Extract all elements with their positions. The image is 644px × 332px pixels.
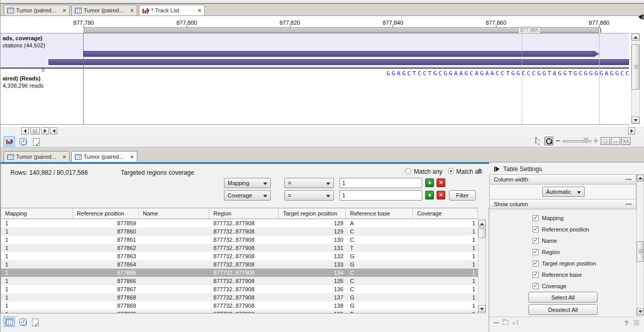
table-scroll-down-button[interactable]	[478, 305, 486, 312]
column-header-region[interactable]: Region	[210, 208, 279, 219]
filter-value-input[interactable]	[340, 190, 422, 201]
settings-scroll-up-button[interactable]	[637, 175, 643, 181]
column-header-mapping[interactable]: Mapping	[1, 208, 73, 219]
collapse-group-icon[interactable]	[625, 179, 632, 180]
remove-filter-button[interactable]: ✕	[437, 178, 445, 187]
upper-tab-0[interactable]: Tumor (paired...×	[4, 5, 70, 15]
zoom-in-icon[interactable]: +	[593, 136, 598, 145]
column-header-name[interactable]: Name	[139, 208, 210, 219]
sidebar-toggle-icon[interactable]	[494, 167, 500, 172]
table-row[interactable]: 1877865877732..877908134C1	[1, 269, 478, 277]
zoom-100-button[interactable]: 1:1	[621, 137, 631, 145]
pan-right-button[interactable]	[41, 127, 49, 135]
table-scroll-up-button[interactable]	[478, 220, 486, 227]
select-all-button[interactable]: Select All	[528, 292, 598, 303]
scroll-left-button[interactable]	[50, 127, 57, 135]
table-row[interactable]: 1877870877732..877908139T1	[1, 310, 478, 313]
column-header-target-region-position[interactable]: Target region position	[279, 208, 346, 219]
dock-icon[interactable]	[513, 320, 518, 325]
filter-field-select[interactable]: Mapping	[224, 178, 271, 188]
show-column-option[interactable]: Name	[533, 235, 557, 246]
close-tab-icon[interactable]: ×	[63, 7, 66, 13]
filter-value-input[interactable]	[340, 178, 422, 188]
column-header-coverage[interactable]: Coverage	[413, 208, 478, 219]
list-icon[interactable]	[634, 320, 639, 325]
lower-tab-0[interactable]: Tumor (paired...×	[4, 151, 70, 162]
table-row[interactable]: 1877862877732..877908131T1	[1, 244, 478, 252]
table-row[interactable]: 1877867877732..877908136C1	[1, 285, 478, 293]
folder-icon[interactable]	[503, 320, 509, 325]
filter-operator-select[interactable]: =	[284, 178, 334, 188]
zoom-out-icon[interactable]: −	[556, 136, 560, 145]
column-width-select[interactable]: Automatic	[542, 187, 585, 197]
show-column-option[interactable]: Region	[533, 246, 560, 258]
add-filter-button[interactable]: +	[425, 191, 434, 200]
upper-tab-2[interactable]: * Track List×	[139, 5, 205, 15]
collapse-panel-icon[interactable]	[638, 14, 643, 20]
history-view-button[interactable]	[18, 317, 29, 327]
ruler-range-handle[interactable]	[600, 28, 601, 32]
fit-width-button[interactable]	[611, 137, 620, 145]
checkbox-icon[interactable]	[533, 215, 539, 221]
track-scrollbar-thumb[interactable]	[632, 44, 639, 90]
show-column-group-header[interactable]: Show column	[489, 199, 636, 209]
add-filter-button[interactable]: +	[425, 178, 434, 187]
show-column-option[interactable]: Reference position	[533, 224, 589, 235]
track-list-view-button[interactable]	[4, 136, 15, 146]
zoom-tool-icon[interactable]	[544, 137, 553, 145]
table-row[interactable]: 1877859877732..877908128A1	[1, 219, 478, 227]
checkbox-icon[interactable]	[533, 238, 539, 244]
pan-left-button[interactable]	[21, 127, 29, 135]
settings-scroll-down-button[interactable]	[637, 308, 643, 315]
filter-field-select[interactable]: Coverage	[224, 190, 271, 201]
settings-scrollbar-thumb[interactable]	[637, 241, 643, 262]
collapse-group-icon[interactable]	[625, 204, 632, 205]
close-tab-icon[interactable]: ×	[198, 7, 201, 13]
checkbox-icon[interactable]	[533, 283, 539, 289]
table-scrollbar-thumb[interactable]	[478, 228, 486, 238]
show-column-option[interactable]: Reference base	[533, 269, 582, 280]
match-any-radio[interactable]	[405, 168, 411, 174]
checkbox-icon[interactable]	[533, 226, 539, 233]
scroll-down-button[interactable]	[632, 117, 639, 124]
history-view-button[interactable]	[18, 137, 29, 147]
match-all-radio[interactable]	[448, 168, 454, 174]
element-info-button[interactable]	[29, 317, 41, 327]
table-row[interactable]: 1877866877732..877908135C1	[1, 277, 478, 285]
scroll-up-button[interactable]	[632, 34, 639, 41]
close-tab-icon[interactable]: ×	[63, 154, 66, 160]
table-row[interactable]: 1877869877732..877908138G1	[1, 302, 478, 310]
annotation-bar-2[interactable]	[49, 59, 629, 65]
column-header-reference-base[interactable]: Reference base	[346, 208, 413, 219]
filter-operator-select[interactable]: =	[284, 190, 334, 201]
table-row[interactable]: 1877864877732..877908133G1	[1, 260, 478, 269]
deselect-all-button[interactable]: Deselect All	[528, 304, 598, 315]
table-view-button[interactable]	[4, 317, 15, 327]
annotation-bar[interactable]	[84, 51, 594, 57]
filter-button[interactable]: Filter	[449, 190, 476, 201]
checkbox-icon[interactable]	[533, 272, 539, 278]
remove-filter-button[interactable]: ✕	[437, 191, 445, 200]
column-header-reference-position[interactable]: Reference position	[73, 208, 139, 219]
collapse-filter-icon[interactable]	[477, 168, 483, 173]
column-width-group-header[interactable]: Column width	[489, 174, 636, 185]
zoom-slider-thumb[interactable]	[584, 138, 588, 144]
help-icon[interactable]: ?	[624, 319, 629, 327]
checkbox-icon[interactable]	[533, 249, 539, 255]
show-column-option[interactable]: Target region position	[533, 258, 596, 269]
checkbox-icon[interactable]	[533, 260, 539, 267]
show-column-option[interactable]: Mapping	[533, 212, 564, 224]
table-row[interactable]: 1877863877732..877908132G1	[1, 252, 478, 260]
table-row[interactable]: 1877861877732..877908130C1	[1, 236, 478, 244]
minimize-icon[interactable]	[493, 322, 499, 323]
table-row[interactable]: 1877860877732..877908129C1	[1, 227, 478, 236]
zoom-selection-button[interactable]	[601, 137, 610, 145]
show-column-option[interactable]: Coverage	[533, 280, 567, 292]
pan-thumb-button[interactable]	[30, 127, 40, 135]
selection-cursor-icon[interactable]	[536, 137, 542, 145]
upper-tab-1[interactable]: Tumor (paired...×	[71, 5, 137, 15]
lower-tab-1[interactable]: Tumor (paired...×	[71, 151, 137, 162]
close-tab-icon[interactable]: ×	[131, 154, 134, 160]
close-tab-icon[interactable]: ×	[131, 7, 134, 13]
element-info-button[interactable]	[30, 137, 42, 147]
